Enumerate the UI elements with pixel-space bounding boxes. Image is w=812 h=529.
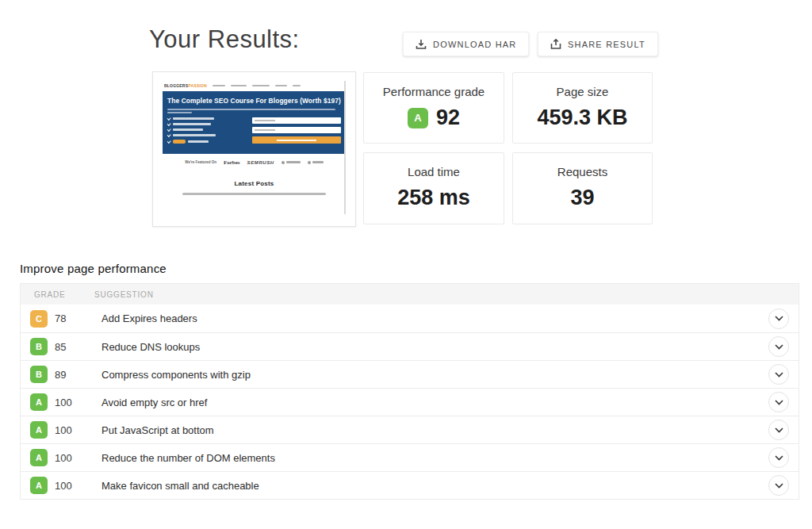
download-icon	[416, 39, 427, 50]
score-value: 100	[55, 452, 79, 464]
suggestion-text: Make favicon small and cacheable	[102, 480, 259, 492]
chevron-down-icon	[775, 344, 783, 350]
grade-badge: A	[30, 449, 48, 466]
suggestion-text: Reduce DNS lookups	[102, 341, 200, 353]
preview-nav-item	[252, 85, 270, 86]
preview-nav-item	[293, 85, 301, 86]
improve-section-heading: Improve page performance	[20, 262, 167, 275]
suggestion-text: Avoid empty src or href	[102, 397, 207, 408]
grade-badge: C	[30, 310, 48, 328]
table-row[interactable]: C 78 Add Expires headers	[21, 305, 799, 332]
suggestion-text: Compress components with gzip	[102, 369, 251, 381]
performance-grade-card: Performance grade A 92	[363, 72, 504, 144]
share-result-button[interactable]: SHARE RESULT	[538, 32, 658, 56]
check-icon	[167, 117, 171, 121]
grade-column-header: GRADE	[34, 290, 66, 299]
score-value: 100	[55, 480, 79, 492]
table-row[interactable]: A 100 Make favicon small and cacheable	[21, 471, 799, 499]
load-time-label: Load time	[364, 165, 504, 178]
suggestion-text: Reduce the number of DOM elements	[102, 452, 275, 464]
performance-grade-label: Performance grade	[364, 85, 504, 98]
share-icon	[550, 39, 561, 50]
horizontal-scrollbar[interactable]	[182, 193, 325, 195]
suggestions-table: GRADE SUGGESTION C 78 Add Expires header…	[20, 283, 799, 500]
load-time-value: 258 ms	[397, 186, 470, 210]
performance-grade-value: 92	[436, 105, 460, 130]
table-row[interactable]: B 85 Reduce DNS lookups	[21, 332, 799, 360]
suggestion-text: Add Expires headers	[102, 312, 197, 324]
chevron-down-icon	[775, 455, 783, 461]
table-row[interactable]: A 100 Reduce the number of DOM elements	[21, 443, 799, 471]
expand-row-button[interactable]	[768, 336, 789, 357]
grade-badge: A	[30, 421, 48, 439]
featured-label: We're Featured On	[185, 160, 216, 164]
preview-navbar: BLOGGERSPASSION	[163, 81, 346, 90]
chevron-down-icon	[775, 316, 783, 321]
check-icon	[167, 128, 171, 132]
score-value: 100	[55, 424, 79, 436]
chevron-down-icon	[775, 427, 783, 433]
table-row[interactable]: A 100 Put JavaScript at bottom	[21, 416, 799, 443]
table-row[interactable]: B 89 Compress components with gzip	[21, 360, 799, 388]
forbes-logo: Forbes	[224, 159, 240, 166]
score-value: 78	[55, 312, 79, 324]
suggestion-text: Put JavaScript at bottom	[102, 424, 214, 436]
download-har-label: DOWNLOAD HAR	[433, 40, 516, 49]
website-preview-card: BLOGGERSPASSION The Complete SEO Course …	[152, 71, 356, 227]
score-value: 100	[55, 397, 79, 408]
semrush-logo: SEMRUSH	[247, 160, 274, 165]
preview-email-field	[252, 127, 341, 133]
page-size-card: Page size 459.3 KB	[512, 72, 653, 144]
preview-nav-item	[213, 85, 225, 86]
expand-row-button[interactable]	[768, 475, 789, 496]
score-value: 85	[55, 341, 79, 353]
preview-benefits-list	[167, 117, 246, 148]
website-screenshot: BLOGGERSPASSION The Complete SEO Course …	[163, 81, 346, 220]
expand-row-button[interactable]	[768, 447, 789, 468]
score-value: 89	[55, 369, 79, 381]
grade-badge: B	[30, 338, 48, 355]
expand-row-button[interactable]	[768, 392, 789, 412]
grade-badge: A	[30, 477, 48, 494]
page-size-value: 459.3 KB	[537, 105, 627, 130]
requests-card: Requests 39	[512, 152, 653, 224]
expand-row-button[interactable]	[768, 364, 789, 385]
requests-value: 39	[570, 186, 594, 210]
download-har-button[interactable]: DOWNLOAD HAR	[403, 32, 529, 56]
preview-nav-item	[231, 85, 247, 86]
preview-hero-banner: The Complete SEO Course For Bloggers (Wo…	[163, 91, 346, 154]
chevron-down-icon	[775, 372, 783, 378]
share-result-label: SHARE RESULT	[568, 40, 645, 49]
grade-badge: B	[30, 366, 48, 383]
preview-name-field	[252, 117, 341, 124]
page-title: Your Results:	[149, 25, 300, 54]
check-icon	[167, 122, 171, 126]
preview-hero-title: The Complete SEO Course For Bloggers (Wo…	[167, 97, 341, 105]
table-header: GRADE SUGGESTION	[21, 284, 799, 305]
grade-badge: A	[30, 393, 48, 411]
expand-row-button[interactable]	[768, 309, 789, 329]
page-size-label: Page size	[513, 85, 652, 98]
preview-nav-item	[275, 85, 287, 86]
grade-a-badge: A	[408, 108, 428, 128]
preview-signup-form	[252, 117, 341, 148]
expand-row-button[interactable]	[768, 420, 789, 440]
preview-site-logo: BLOGGERSPASSION	[164, 83, 207, 88]
chevron-down-icon	[775, 483, 783, 489]
vertical-scrollbar[interactable]	[344, 81, 346, 214]
preview-hero-subtext	[167, 109, 341, 113]
partner-logo	[308, 161, 324, 164]
partner-logo	[282, 161, 301, 164]
latest-posts-heading: Latest Posts	[163, 180, 346, 187]
load-time-card: Load time 258 ms	[363, 152, 504, 224]
preview-featured-strip: We're Featured On Forbes SEMRUSH	[163, 154, 346, 171]
table-row[interactable]: A 100 Avoid empty src or href	[21, 388, 799, 416]
preview-highlight-chip	[173, 140, 186, 144]
chevron-down-icon	[775, 400, 783, 405]
requests-label: Requests	[513, 165, 652, 178]
check-icon	[167, 140, 171, 144]
suggestion-column-header: SUGGESTION	[94, 290, 154, 299]
check-icon	[167, 133, 171, 137]
preview-cta-button	[252, 136, 341, 144]
